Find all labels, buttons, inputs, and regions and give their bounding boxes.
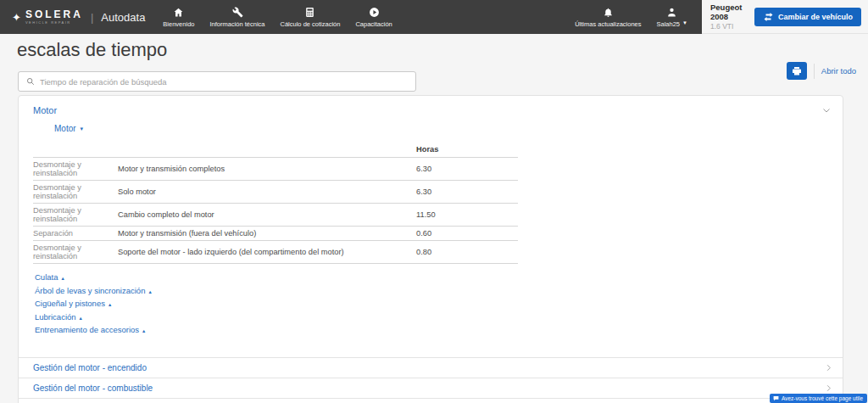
home-icon bbox=[173, 7, 184, 18]
description-cell: Cambio completo del motor bbox=[118, 204, 416, 227]
feedback-banner-label: Avez-vous trouvé cette page utile bbox=[782, 395, 863, 401]
navbar-right-group: Últimas actualizaciones Salah25 ▼ bbox=[567, 7, 702, 28]
nav-item-label: Información técnica bbox=[209, 20, 264, 28]
sublink-item: Cigüeñal y pistones▴ bbox=[35, 297, 843, 311]
motor-section-body: Motor ▾ Horas Desmontaje y reinstalación… bbox=[19, 117, 843, 337]
motor-sublinks: Culata▴ Árbol de levas y sincronización▴… bbox=[33, 271, 843, 337]
printer-icon bbox=[792, 66, 802, 76]
solera-autodata-logo[interactable]: ✦ SOLERA VEHICLE REPAIR | Autodata bbox=[0, 9, 145, 25]
sublink-item: Árbol de levas y sincronización▴ bbox=[35, 284, 843, 298]
nav-item-salah25[interactable]: Salah25 ▼ bbox=[649, 7, 695, 28]
solera-mark-icon: ✦ bbox=[12, 12, 21, 23]
nav-item-label: Capacitación bbox=[355, 20, 392, 28]
nav-item-calculo-de-cotizacion[interactable]: Cálculo de cotización bbox=[273, 7, 348, 28]
sublink-entrenamiento-de-accesorios[interactable]: Entrenamiento de accesorios bbox=[35, 325, 139, 334]
nav-item-bienvenido[interactable]: Bienvenido bbox=[155, 7, 202, 28]
section-label: Gestión del motor - encendido bbox=[33, 363, 147, 372]
search-box bbox=[18, 71, 416, 92]
nav-item-label: Salah25 bbox=[657, 20, 681, 28]
description-cell: Motor y transmisión (fuera del vehículo) bbox=[118, 227, 416, 241]
hours-cell: 11.50 bbox=[416, 204, 518, 227]
feedback-banner[interactable]: Avez-vous trouvé cette page utile bbox=[770, 394, 867, 403]
action-cell: Desmontaje y reinstalación bbox=[33, 204, 118, 227]
sublink-lubricacion[interactable]: Lubricación bbox=[35, 312, 76, 322]
table-row: Desmontaje y reinstalación Soporte del m… bbox=[33, 241, 518, 264]
table-header-row: Horas bbox=[33, 143, 518, 158]
navbar-vehicle-section: Peugeot 2008 1.6 VTI Cambiar de vehículo bbox=[702, 0, 868, 34]
navbar-dark-section: ✦ SOLERA VEHICLE REPAIR | Autodata Bienv… bbox=[0, 0, 702, 34]
action-cell: Desmontaje y reinstalación bbox=[33, 158, 118, 181]
sublink-arbol-de-levas-y-sincronizacion[interactable]: Árbol de levas y sincronización bbox=[35, 286, 145, 295]
search-input[interactable] bbox=[40, 77, 415, 87]
vertical-divider bbox=[814, 64, 815, 79]
chevron-right-icon bbox=[824, 363, 833, 372]
open-all-link[interactable]: Abrir todo bbox=[821, 66, 856, 76]
description-cell: Solo motor bbox=[118, 181, 416, 204]
hours-cell: 0.80 bbox=[416, 241, 518, 264]
motor-subgroup-label: Motor bbox=[54, 124, 76, 133]
vehicle-model: 2008 bbox=[710, 12, 742, 21]
nav-item-capacitacion[interactable]: Capacitación bbox=[348, 7, 399, 28]
hours-cell: 6.30 bbox=[416, 158, 518, 181]
bell-icon bbox=[603, 7, 614, 18]
caret-up-icon: ▴ bbox=[148, 288, 151, 294]
swap-arrows-icon bbox=[763, 13, 774, 21]
logo-product: Autodata bbox=[101, 11, 145, 24]
caret-down-icon: ▾ bbox=[81, 126, 84, 132]
sublink-item: Culata▴ bbox=[35, 271, 843, 284]
action-cell: Desmontaje y reinstalación bbox=[33, 181, 118, 204]
top-navbar: ✦ SOLERA VEHICLE REPAIR | Autodata Bienv… bbox=[0, 0, 868, 34]
sublink-culata[interactable]: Culata bbox=[35, 272, 58, 282]
table-row: Separación Motor y transmisión (fuera de… bbox=[33, 227, 518, 241]
section-row-gestion-del-motor-combustible[interactable]: Gestión del motor - combustible bbox=[19, 378, 843, 398]
caret-up-icon: ▴ bbox=[108, 301, 111, 307]
caret-up-icon: ▴ bbox=[142, 327, 145, 333]
open-all-group: Abrir todo bbox=[787, 62, 856, 80]
sublink-item: Entrenamiento de accesorios▴ bbox=[35, 323, 843, 337]
print-button[interactable] bbox=[787, 62, 807, 80]
motor-section-header[interactable]: Motor bbox=[19, 96, 843, 117]
sublink-item: Lubricación▴ bbox=[35, 311, 843, 324]
table-row: Desmontaje y reinstalación Motor y trans… bbox=[33, 158, 518, 181]
logo-brand: SOLERA bbox=[25, 9, 83, 20]
page-title: escalas de tiempo bbox=[17, 41, 868, 59]
wrench-icon bbox=[232, 7, 243, 18]
motor-subgroup-link[interactable]: Motor ▾ bbox=[54, 124, 83, 133]
nav-item-informacion-tecnica[interactable]: Información técnica bbox=[202, 7, 272, 28]
vehicle-info: Peugeot 2008 1.6 VTI bbox=[702, 3, 742, 31]
repair-times-table: Horas Desmontaje y reinstalación Motor y… bbox=[33, 143, 518, 264]
play-circle-icon bbox=[369, 7, 380, 18]
section-label: Gestión del motor - combustible bbox=[33, 383, 153, 393]
chevron-right-icon bbox=[824, 383, 833, 393]
logo-divider: | bbox=[91, 11, 93, 24]
main-nav: Bienvenido Información técnica Cálculo d… bbox=[155, 7, 399, 28]
timescales-card: Motor Motor ▾ Horas Desmontaje y reinsta… bbox=[18, 95, 843, 403]
description-cell: Motor y transmisión completos bbox=[118, 158, 416, 181]
description-header bbox=[118, 143, 416, 158]
vehicle-engine: 1.6 VTI bbox=[710, 22, 742, 31]
change-vehicle-button[interactable]: Cambiar de vehículo bbox=[754, 8, 861, 26]
description-cell: Soporte del motor - lado izquierdo (del … bbox=[118, 241, 416, 264]
nav-item-label: Bienvenido bbox=[163, 20, 194, 28]
user-icon bbox=[666, 7, 677, 18]
hours-cell: 6.30 bbox=[416, 181, 518, 204]
action-header bbox=[33, 143, 118, 158]
feedback-bubble-icon bbox=[773, 395, 779, 401]
collapsed-sections: Gestión del motor - encendido Gestión de… bbox=[19, 357, 843, 403]
section-row-sistema-de-refrigeracion[interactable]: Sistema de refrigeración bbox=[19, 398, 843, 403]
nav-item-label: Cálculo de cotización bbox=[281, 20, 341, 28]
vehicle-make: Peugeot bbox=[710, 3, 742, 12]
action-cell: Desmontaje y reinstalación bbox=[33, 241, 118, 264]
motor-section-link[interactable]: Motor bbox=[33, 105, 57, 115]
table-row: Desmontaje y reinstalación Cambio comple… bbox=[33, 204, 518, 227]
chevron-down-icon[interactable] bbox=[821, 105, 832, 115]
section-row-gestion-del-motor-encendido[interactable]: Gestión del motor - encendido bbox=[19, 357, 843, 378]
hours-header: Horas bbox=[416, 143, 518, 158]
logo-tagline: VEHICLE REPAIR bbox=[25, 21, 83, 25]
search-icon bbox=[26, 77, 35, 86]
caret-down-icon: ▼ bbox=[682, 20, 687, 25]
sublink-ciguenal-y-pistones[interactable]: Cigüeñal y pistones bbox=[35, 299, 105, 308]
calculator-icon bbox=[304, 7, 315, 18]
toolbar: Abrir todo bbox=[0, 59, 868, 95]
nav-item-ultimas-actualizaciones[interactable]: Últimas actualizaciones bbox=[567, 7, 648, 28]
